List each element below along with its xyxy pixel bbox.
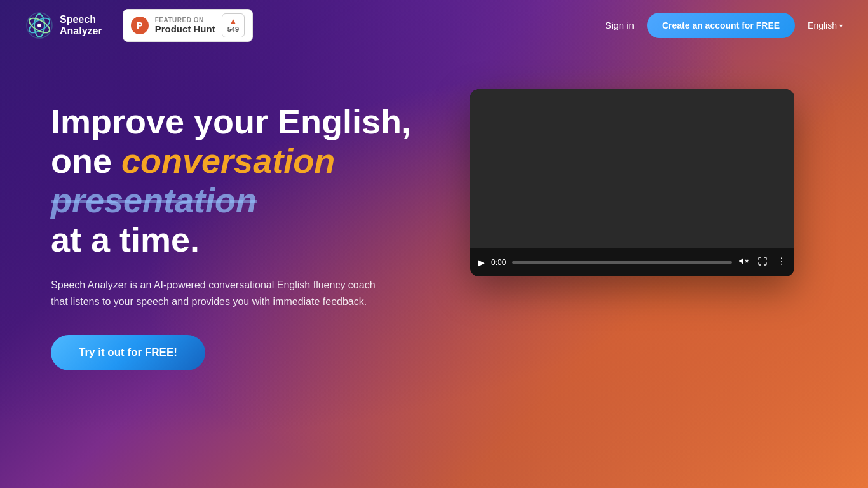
- video-icon-group: [738, 256, 787, 268]
- sign-in-button[interactable]: Sign in: [605, 20, 634, 30]
- logo-icon: [25, 11, 53, 39]
- progress-bar[interactable]: [512, 261, 732, 264]
- hero-left: Improve your English, one conversation p…: [51, 89, 432, 371]
- more-options-button[interactable]: [776, 256, 787, 268]
- logo[interactable]: Speech Analyzer: [25, 11, 102, 39]
- svg-point-4: [37, 24, 41, 27]
- hero-description: Speech Analyzer is an AI-powered convers…: [51, 277, 381, 309]
- nav-right: Sign in Create an account for FREE Engli…: [605, 13, 843, 38]
- headline-part3: at a time.: [51, 220, 200, 259]
- navbar: Speech Analyzer P FEATURED ON Product Hu…: [0, 0, 868, 51]
- logo-text: Speech Analyzer: [60, 14, 102, 36]
- language-selector[interactable]: English ▾: [808, 20, 843, 30]
- video-screen: [470, 89, 794, 248]
- hero-section: Improve your English, one conversation p…: [0, 51, 868, 371]
- create-account-button[interactable]: Create an account for FREE: [647, 13, 795, 38]
- headline-part1: Improve your English,: [51, 102, 411, 140]
- headline-animated-word: conversation: [121, 141, 335, 180]
- product-hunt-text: FEATURED ON Product Hunt: [155, 17, 215, 34]
- chevron-down-icon: ▾: [839, 22, 843, 29]
- play-button[interactable]: ▶: [478, 257, 485, 268]
- hero-headline: Improve your English, one conversation p…: [51, 102, 432, 259]
- mute-button[interactable]: [738, 256, 749, 268]
- headline-part2-prefix: one: [51, 142, 121, 180]
- language-label: English: [808, 20, 837, 30]
- product-hunt-logo: P: [131, 17, 149, 34]
- svg-point-8: [781, 261, 782, 262]
- video-player[interactable]: ▶ 0:00: [470, 89, 794, 276]
- headline-strikethrough-word: presentation: [51, 181, 257, 219]
- product-hunt-votes: ▲ 549: [222, 13, 245, 37]
- product-hunt-badge[interactable]: P FEATURED ON Product Hunt ▲ 549: [123, 9, 253, 42]
- svg-point-7: [781, 257, 782, 259]
- hero-right: ▶ 0:00: [470, 89, 794, 276]
- video-controls: ▶ 0:00: [470, 248, 794, 276]
- svg-point-9: [781, 264, 782, 265]
- try-free-button[interactable]: Try it out for FREE!: [51, 335, 205, 370]
- fullscreen-button[interactable]: [757, 256, 768, 268]
- video-time: 0:00: [491, 258, 506, 267]
